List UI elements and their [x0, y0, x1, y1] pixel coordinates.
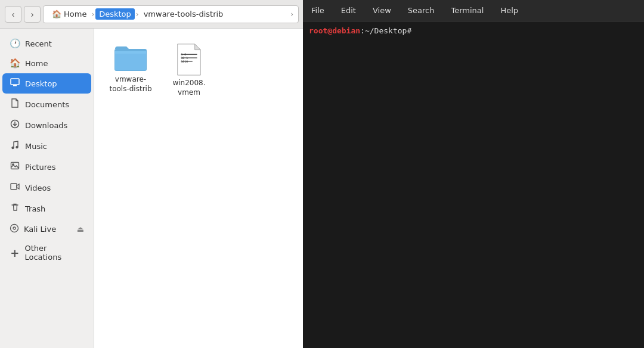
sidebar-item-downloads[interactable]: Downloads	[2, 115, 91, 135]
svg-point-8	[11, 225, 18, 232]
sidebar-item-desktop[interactable]: Desktop	[2, 73, 91, 94]
recent-icon: 🕐	[10, 38, 20, 49]
sidebar-item-recent[interactable]: 🕐 Recent	[2, 34, 91, 53]
eject-button[interactable]: ⏏	[77, 225, 84, 234]
svg-rect-5	[11, 163, 19, 169]
terminal-body[interactable]: root@debian :~/Desktop #	[303, 21, 644, 348]
svg-text:1010: 1010	[181, 60, 188, 63]
sidebar-music-label: Music	[25, 142, 47, 151]
other-locations-label: Other Locations	[24, 244, 84, 262]
breadcrumb-home-label: Home	[64, 10, 86, 18]
menu-search[interactable]: Search	[404, 4, 438, 17]
breadcrumb-desktop-label: Desktop	[99, 10, 131, 18]
svg-text:10 1: 10 1	[181, 57, 188, 60]
sidebar-item-videos[interactable]: Videos	[2, 178, 91, 198]
disc-icon	[10, 223, 19, 235]
videos-icon	[10, 182, 20, 194]
sidebar-home-label: Home	[25, 59, 48, 68]
breadcrumb-vmware[interactable]: vmware-tools-distrib	[140, 8, 227, 20]
trash-icon	[10, 203, 20, 215]
menu-file[interactable]: File	[308, 4, 328, 17]
svg-rect-1	[13, 85, 17, 86]
svg-rect-0	[11, 79, 19, 85]
sidebar-item-documents[interactable]: Documents	[2, 94, 91, 114]
file-manager: ‹ › 🏠 🏠 Home Home › Desktop › vmware-too…	[0, 0, 304, 348]
menu-help[interactable]: Help	[497, 4, 522, 17]
prompt-user-host: root@debian	[309, 26, 360, 35]
sidebar-trash-label: Trash	[25, 204, 45, 213]
breadcrumb-home[interactable]: 🏠 🏠 Home Home	[48, 8, 90, 20]
sidebar-recent-label: Recent	[25, 39, 52, 48]
sidebar-item-pictures[interactable]: Pictures	[2, 157, 91, 177]
other-locations-icon: +	[10, 247, 20, 259]
breadcrumb-sep-2: ›	[136, 10, 139, 18]
sidebar-desktop-label: Desktop	[25, 79, 57, 88]
menu-edit[interactable]: Edit	[338, 4, 360, 17]
terminal-menubar: File Edit View Search Terminal Help	[303, 0, 644, 21]
pictures-icon	[10, 161, 20, 173]
forward-button[interactable]: ›	[24, 6, 41, 23]
terminal-window: File Edit View Search Terminal Help root…	[303, 0, 644, 348]
sidebar-item-kali-live[interactable]: Kali Live ⏏	[2, 219, 91, 239]
desktop-icon	[10, 77, 20, 89]
music-icon	[10, 140, 20, 152]
sidebar-documents-label: Documents	[25, 100, 69, 109]
home-icon: 🏠	[52, 10, 61, 18]
downloads-icon	[10, 119, 20, 131]
svg-point-9	[13, 227, 16, 229]
fm-main: vmware-tools-distrib 1 0	[94, 29, 304, 348]
sidebar-item-other-locations[interactable]: + Other Locations	[2, 240, 91, 266]
svg-point-3	[12, 147, 14, 149]
sidebar-item-trash[interactable]: Trash	[2, 198, 91, 219]
terminal-prompt: root@debian :~/Desktop #	[309, 26, 638, 35]
file-name-vmware: vmware-tools-distrib	[109, 75, 151, 94]
sidebar-videos-label: Videos	[25, 184, 51, 192]
svg-rect-7	[11, 184, 17, 189]
kali-live-label: Kali Live	[24, 225, 56, 234]
prompt-symbol: #	[407, 26, 411, 35]
sidebar-pictures-label: Pictures	[25, 163, 55, 172]
breadcrumb-vmware-label: vmware-tools-distrib	[144, 10, 224, 18]
documents-icon	[10, 98, 20, 110]
back-button[interactable]: ‹	[5, 6, 21, 23]
breadcrumb-bar: 🏠 🏠 Home Home › Desktop › vmware-tools-d…	[43, 5, 299, 23]
svg-text:1 0: 1 0	[181, 53, 186, 56]
prompt-path: :~/Desktop	[360, 26, 407, 35]
file-item-win2008-vmem[interactable]: 1 0 10 1 1010 win2008.vmem	[162, 38, 216, 102]
home-sidebar-icon: 🏠	[10, 58, 20, 69]
menu-terminal[interactable]: Terminal	[447, 4, 487, 17]
sidebar-item-music[interactable]: Music	[2, 136, 91, 156]
breadcrumb-sep-1: ›	[91, 10, 94, 18]
file-item-vmware-tools-distrib[interactable]: vmware-tools-distrib	[104, 38, 157, 102]
fm-body: 🕐 Recent 🏠 Home Desktop	[0, 29, 304, 348]
fm-toolbar: ‹ › 🏠 🏠 Home Home › Desktop › vmware-too…	[0, 0, 304, 29]
folder-icon	[113, 43, 148, 73]
file-grid: vmware-tools-distrib 1 0	[104, 38, 294, 102]
file-name-vmem: win2008.vmem	[172, 79, 205, 97]
svg-point-4	[16, 147, 18, 148]
breadcrumb-arrow: ›	[290, 10, 293, 18]
sidebar-item-home[interactable]: 🏠 Home	[2, 54, 91, 73]
menu-view[interactable]: View	[369, 4, 395, 17]
sidebar-downloads-label: Downloads	[25, 121, 67, 130]
sidebar: 🕐 Recent 🏠 Home Desktop	[0, 29, 94, 348]
vmem-file-icon: 1 0 10 1 1010	[175, 43, 203, 76]
breadcrumb-desktop[interactable]: Desktop	[95, 8, 135, 20]
